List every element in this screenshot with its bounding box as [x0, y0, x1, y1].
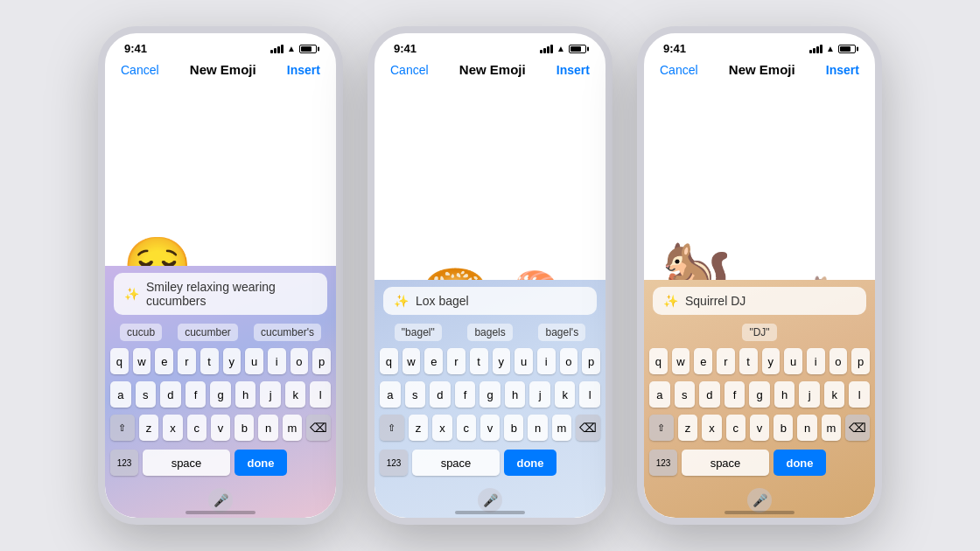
key-done-2[interactable]: done [504, 450, 556, 476]
key-f-3[interactable]: f [724, 381, 746, 408]
key-u-3[interactable]: u [784, 348, 802, 374]
key-c-1[interactable]: c [187, 415, 206, 441]
key-delete-1[interactable]: ⌫ [306, 415, 331, 441]
key-b-3[interactable]: b [774, 415, 793, 441]
key-i-1[interactable]: i [268, 348, 286, 374]
key-r-1[interactable]: r [178, 348, 196, 374]
key-z-3[interactable]: z [678, 415, 697, 441]
insert-button-2[interactable]: Insert [556, 63, 590, 77]
search-bar-1[interactable]: ✨ Smiley relaxing wearing cucumbers [114, 273, 327, 315]
key-y-3[interactable]: y [762, 348, 780, 374]
suggestion-2-2[interactable]: bagel's [538, 324, 585, 341]
cancel-button-1[interactable]: Cancel [121, 63, 159, 77]
key-j-1[interactable]: j [260, 381, 281, 408]
suggestion-2-0[interactable]: "bagel" [395, 324, 442, 341]
mic-button-3[interactable]: 🎤 [747, 488, 772, 513]
key-i-3[interactable]: i [807, 348, 825, 374]
suggestion-2-1[interactable]: bagels [467, 324, 512, 341]
key-u-1[interactable]: u [245, 348, 263, 374]
key-g-1[interactable]: g [210, 381, 231, 408]
key-a-2[interactable]: a [380, 381, 401, 408]
key-t-1[interactable]: t [200, 348, 219, 374]
suggestion-1-2[interactable]: cucumber's [254, 324, 321, 341]
key-delete-3[interactable]: ⌫ [845, 415, 870, 441]
key-e-3[interactable]: e [694, 348, 712, 374]
key-o-2[interactable]: o [560, 348, 578, 374]
key-f-2[interactable]: f [455, 381, 476, 408]
key-r-3[interactable]: r [717, 348, 735, 374]
key-w-2[interactable]: w [402, 348, 421, 374]
key-shift-2[interactable]: ⇧ [380, 415, 404, 441]
key-x-2[interactable]: x [432, 415, 452, 441]
key-g-3[interactable]: g [749, 381, 770, 408]
key-l-1[interactable]: l [310, 381, 331, 408]
key-p-2[interactable]: p [582, 348, 600, 374]
key-done-3[interactable]: done [774, 450, 826, 476]
key-123-3[interactable]: 123 [649, 450, 677, 476]
key-y-1[interactable]: y [223, 348, 242, 374]
key-z-1[interactable]: z [139, 415, 158, 441]
key-space-2[interactable]: space [412, 450, 500, 476]
mic-button-2[interactable]: 🎤 [478, 488, 502, 513]
key-z-2[interactable]: z [409, 415, 428, 441]
key-s-2[interactable]: s [405, 381, 426, 408]
key-p-3[interactable]: p [851, 348, 870, 374]
suggestion-1-0[interactable]: cucub [120, 324, 162, 341]
key-k-2[interactable]: k [555, 381, 576, 408]
key-n-3[interactable]: n [797, 415, 816, 441]
key-i-2[interactable]: i [537, 348, 556, 374]
key-j-2[interactable]: j [529, 381, 550, 408]
key-v-3[interactable]: v [750, 415, 769, 441]
key-j-3[interactable]: j [799, 381, 820, 408]
key-123-1[interactable]: 123 [110, 450, 138, 476]
cancel-button-3[interactable]: Cancel [660, 63, 698, 77]
key-m-2[interactable]: m [552, 415, 571, 441]
key-g-2[interactable]: g [480, 381, 500, 408]
key-k-3[interactable]: k [824, 381, 845, 408]
key-e-2[interactable]: e [424, 348, 443, 374]
key-s-1[interactable]: s [136, 381, 157, 408]
key-d-3[interactable]: d [699, 381, 720, 408]
key-q-1[interactable]: q [110, 348, 129, 374]
key-b-1[interactable]: b [234, 415, 254, 441]
key-m-1[interactable]: m [283, 415, 302, 441]
suggestion-3-0[interactable]: "DJ" [742, 324, 776, 341]
key-t-3[interactable]: t [739, 348, 758, 374]
key-m-3[interactable]: m [822, 415, 841, 441]
cancel-button-2[interactable]: Cancel [390, 63, 429, 77]
key-p-1[interactable]: p [312, 348, 331, 374]
key-delete-2[interactable]: ⌫ [576, 415, 600, 441]
key-o-3[interactable]: o [830, 348, 848, 374]
key-y-2[interactable]: y [493, 348, 511, 374]
key-q-3[interactable]: q [649, 348, 668, 374]
key-w-1[interactable]: w [133, 348, 151, 374]
key-123-2[interactable]: 123 [380, 450, 408, 476]
key-b-2[interactable]: b [504, 415, 523, 441]
key-h-2[interactable]: h [505, 381, 526, 408]
key-l-2[interactable]: l [579, 381, 600, 408]
search-bar-2[interactable]: ✨ Lox bagel [383, 287, 597, 315]
suggestion-1-1[interactable]: cucumber [178, 324, 238, 341]
key-d-1[interactable]: d [160, 381, 181, 408]
key-e-1[interactable]: e [155, 348, 173, 374]
key-s-3[interactable]: s [675, 381, 696, 408]
key-shift-3[interactable]: ⇧ [649, 415, 674, 441]
key-n-2[interactable]: n [528, 415, 547, 441]
key-u-2[interactable]: u [514, 348, 533, 374]
key-c-3[interactable]: c [726, 415, 746, 441]
key-v-1[interactable]: v [211, 415, 230, 441]
key-a-3[interactable]: a [649, 381, 670, 408]
insert-button-3[interactable]: Insert [826, 63, 859, 77]
insert-button-1[interactable]: Insert [287, 63, 320, 77]
key-n-1[interactable]: n [258, 415, 277, 441]
key-shift-1[interactable]: ⇧ [110, 415, 135, 441]
key-space-1[interactable]: space [143, 450, 230, 476]
key-t-2[interactable]: t [470, 348, 488, 374]
key-r-2[interactable]: r [447, 348, 466, 374]
mic-button-1[interactable]: 🎤 [208, 488, 233, 513]
key-x-1[interactable]: x [163, 415, 182, 441]
key-l-3[interactable]: l [849, 381, 870, 408]
key-space-3[interactable]: space [682, 450, 769, 476]
key-v-2[interactable]: v [480, 415, 500, 441]
key-h-3[interactable]: h [774, 381, 795, 408]
